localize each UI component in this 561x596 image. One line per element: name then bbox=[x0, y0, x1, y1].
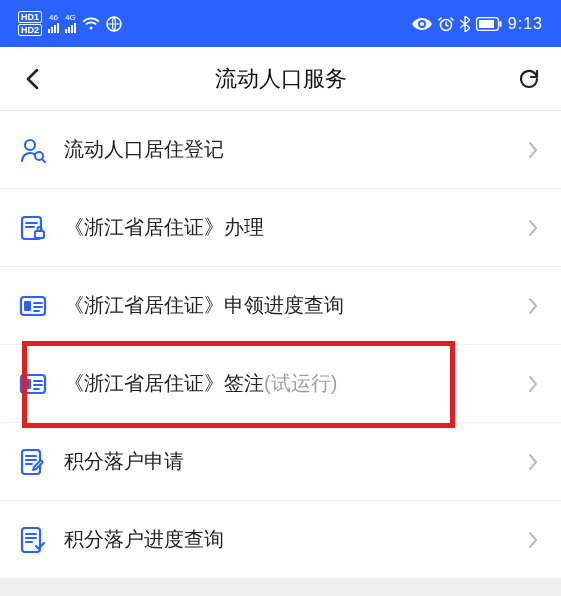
list-item-permit-apply[interactable]: 《浙江省居住证》办理 bbox=[0, 189, 561, 266]
wifi-icon bbox=[82, 17, 100, 31]
list-item-label: 《浙江省居住证》办理 bbox=[64, 214, 523, 241]
status-right: 9:13 bbox=[412, 15, 543, 33]
svg-rect-5 bbox=[499, 21, 501, 27]
form-edit-icon bbox=[18, 447, 48, 477]
status-bar: HD1 HD2 46 4G bbox=[0, 0, 561, 47]
svg-rect-14 bbox=[22, 450, 40, 474]
list-item-registration[interactable]: 流动人口居住登记 bbox=[0, 111, 561, 188]
list-item-label: 《浙江省居住证》申领进度查询 bbox=[64, 292, 523, 319]
svg-rect-11 bbox=[24, 301, 31, 311]
chevron-right-icon bbox=[523, 141, 543, 159]
svg-rect-9 bbox=[35, 231, 44, 238]
chevron-right-icon bbox=[523, 297, 543, 315]
svg-rect-13 bbox=[24, 379, 31, 389]
page-header: 流动人口服务 bbox=[0, 47, 561, 111]
chevron-right-icon bbox=[523, 531, 543, 549]
chevron-right-icon bbox=[523, 219, 543, 237]
svg-point-1 bbox=[420, 22, 424, 26]
refresh-icon bbox=[517, 67, 541, 91]
form-check-icon bbox=[18, 525, 48, 555]
svg-rect-4 bbox=[479, 20, 494, 28]
signal-2: 4G bbox=[65, 14, 76, 33]
list-item-label: 《浙江省居住证》签注(试运行) bbox=[64, 370, 523, 397]
alarm-icon bbox=[438, 16, 454, 32]
person-search-icon bbox=[18, 135, 48, 165]
app-viewport: HD1 HD2 46 4G bbox=[0, 0, 561, 578]
list-item-points-apply[interactable]: 积分落户申请 bbox=[0, 423, 561, 500]
hd2-badge: HD2 bbox=[18, 24, 42, 36]
chevron-right-icon bbox=[523, 453, 543, 471]
service-list: 流动人口居住登记 《浙江省居住证》办理 《浙江省居住证》申领进度查询 bbox=[0, 111, 561, 578]
document-lock-icon bbox=[18, 213, 48, 243]
hd-indicators: HD1 HD2 bbox=[18, 11, 42, 36]
svg-point-6 bbox=[25, 140, 35, 150]
signal-1: 46 bbox=[48, 14, 59, 33]
refresh-button[interactable] bbox=[513, 63, 545, 95]
page-title: 流动人口服务 bbox=[215, 64, 347, 94]
list-item-permit-progress[interactable]: 《浙江省居住证》申领进度查询 bbox=[0, 267, 561, 344]
list-item-label: 积分落户进度查询 bbox=[64, 526, 523, 553]
chevron-left-icon bbox=[25, 68, 39, 90]
list-item-label: 积分落户申请 bbox=[64, 448, 523, 475]
back-button[interactable] bbox=[16, 63, 48, 95]
chevron-right-icon bbox=[523, 375, 543, 393]
globe-icon bbox=[106, 16, 122, 32]
id-card-icon bbox=[18, 291, 48, 321]
id-card-icon bbox=[18, 369, 48, 399]
status-left: HD1 HD2 46 4G bbox=[18, 11, 122, 36]
battery-icon bbox=[476, 17, 502, 31]
list-item-label: 流动人口居住登记 bbox=[64, 136, 523, 163]
list-item-permit-renew[interactable]: 《浙江省居住证》签注(试运行) bbox=[0, 345, 561, 422]
hd1-badge: HD1 bbox=[18, 11, 42, 23]
clock-time: 9:13 bbox=[508, 15, 543, 33]
list-item-points-progress[interactable]: 积分落户进度查询 bbox=[0, 501, 561, 578]
eye-icon bbox=[412, 18, 432, 30]
bluetooth-icon bbox=[460, 16, 470, 32]
